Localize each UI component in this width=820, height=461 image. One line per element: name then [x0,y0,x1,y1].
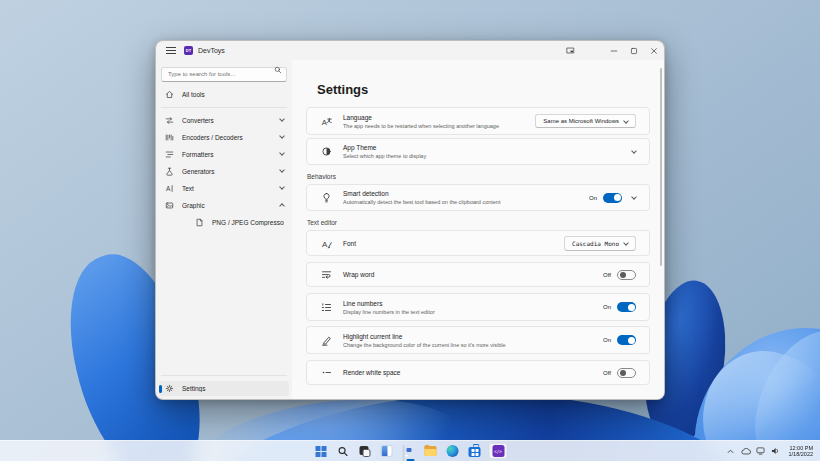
setting-card-line-numbers: Line numbers Display line numbers in the… [306,293,650,321]
sidebar-item-generators[interactable]: Generators [159,164,289,179]
font-icon: A [320,238,332,249]
file-explorer-button[interactable] [423,443,439,459]
section-text-editor: Text editor [307,219,650,226]
edge-icon [447,445,459,457]
network-icon[interactable] [756,443,766,459]
taskbar-search-button[interactable] [335,443,351,459]
chat-icon [403,446,415,457]
task-view-icon [359,446,370,457]
devtoys-icon: </> [492,445,504,457]
page-title: Settings [317,82,650,97]
highlight-current-line-toggle[interactable] [617,335,636,345]
setting-card-font: A Font Cascadia Mono [306,230,650,256]
wrap-word-toggle[interactable] [617,270,636,280]
setting-card-language: A Language The app needs to be restarted… [306,107,650,135]
home-icon [164,90,174,99]
sidebar-item-formatters[interactable]: Formatters [159,147,289,162]
lightbulb-icon [320,192,332,203]
expand-chevron[interactable] [632,197,636,199]
formatters-icon [164,150,174,159]
search-icon [274,66,282,74]
setting-card-render-white-space: Render white space Off [306,360,650,385]
sidebar-divider [161,107,287,108]
toggle-state-label: Off [603,370,611,376]
chevron-up-icon [279,203,285,209]
search-input[interactable] [161,67,287,82]
setting-card-highlight-current-line: Highlight current line Change the backgr… [306,326,650,354]
folder-icon [425,446,437,456]
start-button[interactable] [313,443,329,459]
toggle-state-label: Off [603,272,611,278]
highlighter-icon [320,335,332,346]
devtoys-window: DT DevToys [155,40,665,400]
chevron-down-icon [623,118,629,124]
sidebar-item-encoders-decoders[interactable]: Encoders / Decoders [159,130,289,145]
svg-text:A: A [322,239,328,248]
converters-icon [164,116,174,125]
setting-card-wrap-word: Wrap word Off [306,262,650,287]
maximize-button[interactable] [624,41,644,60]
windows-logo-icon [315,446,326,457]
toggle-state-label: On [589,195,597,201]
settings-page: Settings A Language The app needs to be … [292,60,664,400]
devtoys-taskbar-button[interactable]: </> [489,443,508,459]
render-white-space-toggle[interactable] [617,368,636,378]
compact-overlay-icon[interactable] [560,41,580,60]
chevron-down-icon [279,116,285,122]
onedrive-cloud-icon[interactable] [741,443,751,459]
widgets-button[interactable] [379,443,395,459]
whitespace-icon [320,367,332,378]
setting-card-app-theme[interactable]: App Theme Select which app theme to disp… [306,138,650,165]
chat-button[interactable] [401,443,417,459]
text-icon: A [164,184,174,193]
sidebar-item-settings[interactable]: Settings [159,381,289,396]
svg-text:A: A [165,185,170,192]
setting-card-smart-detection[interactable]: Smart detection Automatically detect the… [306,184,650,211]
font-dropdown[interactable]: Cascadia Mono [564,236,636,251]
scrollbar[interactable] [660,68,662,266]
smart-detection-toggle[interactable] [603,193,622,203]
chevron-down-icon [279,184,285,190]
language-dropdown[interactable]: Same as Microsoft Windows [535,114,636,128]
hamburger-menu-icon[interactable] [163,44,179,57]
encoders-icon [164,133,174,142]
wrap-word-icon [320,269,332,280]
taskbar: </> 12:00 PM 1/18/2022 [0,440,820,461]
chevron-down-icon [623,240,629,246]
microsoft-store-button[interactable] [467,443,483,459]
edge-button[interactable] [445,443,461,459]
compressor-icon [194,218,204,227]
chevron-down-icon [279,150,285,156]
toggle-state-label: On [603,304,611,310]
line-numbers-icon [320,302,332,313]
chevron-down-icon [279,167,285,173]
sidebar-divider [161,375,287,376]
clock-date: 1/18/2022 [789,451,813,458]
close-button[interactable] [644,41,664,60]
volume-icon[interactable] [771,443,781,459]
sidebar-item-all-tools[interactable]: All tools [159,87,289,102]
sidebar: All tools Converters Encoders / Decoders [156,60,292,400]
desktop: DT DevToys [0,0,820,461]
language-icon: A [320,116,332,127]
sidebar-item-converters[interactable]: Converters [159,113,289,128]
sidebar-item-graphic[interactable]: Graphic [159,198,289,213]
store-icon [469,447,481,457]
sidebar-item-png-jpeg-compressor[interactable]: PNG / JPEG Compressor [159,215,289,230]
titlebar[interactable]: DT DevToys [156,41,664,60]
svg-text:A: A [321,117,326,126]
tray-chevron-up-icon[interactable] [726,443,736,459]
clock[interactable]: 12:00 PM 1/18/2022 [786,445,816,458]
sidebar-item-text[interactable]: A Text [159,181,289,196]
search-icon [337,446,348,457]
line-numbers-toggle[interactable] [617,302,636,312]
task-view-button[interactable] [357,443,373,459]
window-title: DevToys [198,47,225,54]
section-behaviors: Behaviors [307,173,650,180]
toggle-state-label: On [603,337,611,343]
widgets-icon [381,445,393,457]
minimize-button[interactable] [604,41,624,60]
generators-icon [164,167,174,176]
expand-chevron[interactable] [632,151,636,153]
devtoys-logo: DT [184,46,193,55]
